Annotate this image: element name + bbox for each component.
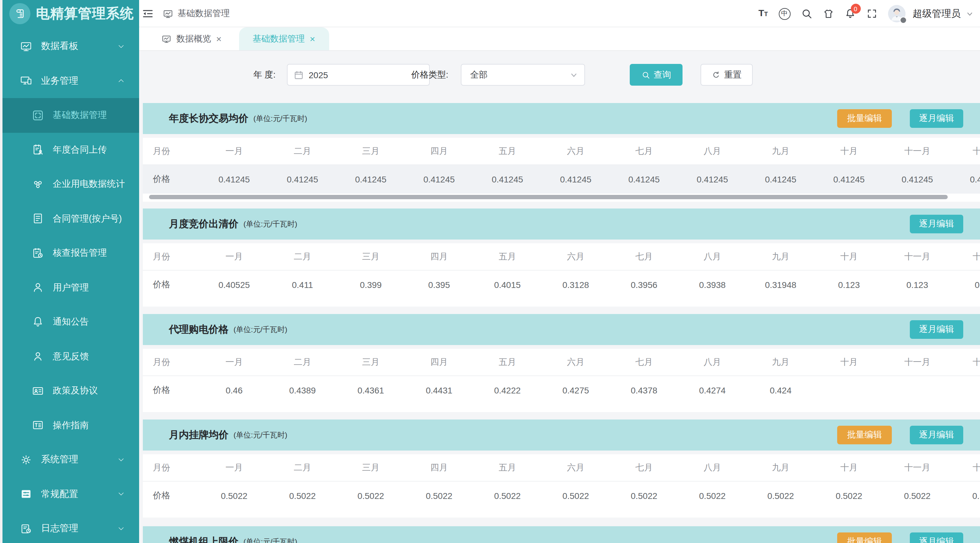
sidebar-item[interactable]: 意见反馈 — [3, 339, 139, 373]
month-header-cell: 七月 — [610, 454, 678, 481]
price-cell: 0.4431 — [405, 376, 473, 405]
month-column-header: 月份 — [143, 454, 200, 481]
batch-edit-button[interactable]: 批量编辑 — [837, 426, 892, 445]
notifications-button[interactable]: 0 — [844, 8, 856, 19]
month-header-cell: 一月 — [200, 243, 268, 270]
month-header-cell: 十一月 — [883, 454, 951, 481]
month-header-cell: 七月 — [610, 349, 678, 375]
section-title: 代理购电价格 — [169, 323, 229, 336]
tab-base-data-management[interactable]: 基础数据管理 × — [239, 27, 329, 50]
horizontal-scrollbar[interactable] — [143, 194, 980, 202]
font-size-icon[interactable]: TT — [758, 8, 768, 20]
section-header: 年度长协交易均价(单位:元/千瓦时)批量编辑逐月编辑 — [143, 103, 980, 134]
section-title: 年度长协交易均价 — [169, 112, 248, 125]
month-header-cell: 五月 — [473, 454, 541, 481]
scrollbar-thumb[interactable] — [149, 195, 948, 199]
month-header-cell: 三月 — [337, 454, 405, 481]
price-cell: 0.395 — [405, 271, 473, 299]
section-header: 燃煤机组上限价(单位:元/千瓦时)批量编辑逐月编辑 — [143, 526, 980, 543]
chevron-down — [117, 524, 126, 533]
close-icon[interactable]: × — [310, 33, 315, 44]
month-column-header: 月份 — [143, 138, 200, 164]
price-cell: 0.5022 — [541, 481, 610, 510]
close-icon[interactable]: × — [216, 33, 222, 44]
monthly-edit-button[interactable]: 逐月编辑 — [910, 215, 963, 233]
calendar-icon — [294, 70, 304, 80]
sidebar-item[interactable]: 核查报告管理 — [3, 236, 139, 270]
month-header-cell: 一月 — [200, 138, 268, 164]
theme-icon[interactable] — [822, 8, 834, 19]
logo-row: 电精算管理系统 — [3, 0, 139, 27]
sidebar-item[interactable]: 合同管理(按户号) — [3, 202, 139, 236]
table-value-row: 价格0.405250.4110.3990.3950.40150.31280.39… — [143, 271, 980, 299]
monthly-edit-button[interactable]: 逐月编辑 — [910, 320, 963, 339]
search-icon[interactable] — [801, 8, 812, 19]
price-section: 燃煤机组上限价(单位:元/千瓦时)批量编辑逐月编辑月份一月二月三月四月五月六月七… — [143, 526, 980, 543]
collapse-sidebar-icon[interactable] — [142, 8, 154, 20]
price-cell — [951, 376, 980, 405]
price-cell: 0.41245 — [268, 165, 337, 194]
sidebar-item[interactable]: 业务管理 — [3, 64, 139, 98]
query-button-label: 查询 — [654, 69, 671, 80]
sidebar-item[interactable]: 系统管理 — [3, 443, 139, 477]
monthly-edit-button[interactable]: 逐月编辑 — [910, 109, 963, 128]
month-header-cell: 四月 — [405, 454, 473, 481]
sidebar-item-label: 日志管理 — [41, 523, 78, 535]
month-header-cell: 十月 — [815, 243, 883, 270]
price-cell: 0.5022 — [951, 481, 980, 510]
price-cell: 0.41245 — [746, 165, 815, 194]
breadcrumb-label: 基础数据管理 — [178, 8, 230, 19]
sidebar-item[interactable]: 日志管理 — [3, 511, 139, 543]
sidebar-item[interactable]: 企业用电数据统计 — [3, 167, 139, 202]
sidebar-item[interactable]: 政策及协议 — [3, 373, 139, 408]
price-row-label: 价格 — [143, 481, 200, 510]
sidebar-item[interactable]: 用户管理 — [3, 270, 139, 305]
language-icon[interactable]: 中 — [778, 8, 790, 19]
price-cell: 0.5022 — [268, 481, 337, 510]
section-unit: (单位:元/千瓦时) — [243, 219, 297, 229]
price-type-select[interactable]: 全部 — [461, 64, 585, 86]
price-cell: 0.5022 — [815, 481, 883, 510]
price-cell: 0.4275 — [541, 376, 610, 405]
sidebar-item[interactable]: 常规配置 — [3, 477, 139, 511]
month-header-cell: 六月 — [541, 243, 610, 270]
reset-button[interactable]: 重置 — [700, 64, 753, 86]
chevron-down — [117, 490, 126, 499]
monthly-edit-button[interactable]: 逐月编辑 — [910, 426, 963, 445]
chevron-down-icon[interactable] — [966, 10, 974, 18]
feedback-icon — [32, 350, 44, 363]
sidebar-item[interactable]: 年度合同上传 — [3, 132, 139, 167]
batch-edit-button[interactable]: 批量编辑 — [837, 532, 892, 543]
month-header-cell: 一月 — [200, 454, 268, 481]
breadcrumb: 基础数据管理 — [163, 0, 230, 27]
month-header-cell: 三月 — [337, 243, 405, 270]
price-cell: 0.5022 — [405, 481, 473, 510]
month-header-cell: 十一月 — [883, 349, 951, 375]
chevron-up — [117, 77, 126, 85]
batch-edit-button[interactable]: 批量编辑 — [837, 109, 892, 128]
username[interactable]: 超级管理员 — [913, 7, 961, 20]
year-input[interactable]: 2025 — [287, 64, 430, 86]
table-header-row: 月份一月二月三月四月五月六月七月八月九月十月十一月十二月 — [143, 138, 980, 165]
sidebar-item[interactable]: 数据看板 — [3, 29, 139, 64]
fullscreen-icon[interactable] — [866, 8, 877, 19]
monthly-edit-button[interactable]: 逐月编辑 — [910, 532, 963, 543]
chevron-down — [117, 42, 126, 51]
reset-button-label: 重置 — [724, 69, 741, 80]
sidebar-item[interactable]: 基础数据管理 — [3, 98, 139, 132]
search-icon — [641, 70, 650, 79]
month-header-cell: 四月 — [405, 138, 473, 164]
notification-badge: 0 — [851, 4, 861, 14]
sidebar-item[interactable]: 通知公告 — [3, 305, 139, 339]
sidebar-item[interactable]: 操作指南 — [3, 408, 139, 443]
price-section: 月度竞价出清价(单位:元/千瓦时)逐月编辑月份一月二月三月四月五月六月七月八月九… — [143, 208, 980, 240]
query-button[interactable]: 查询 — [630, 64, 682, 86]
month-column-header: 月份 — [143, 243, 200, 270]
price-cell: 0.41245 — [541, 165, 610, 194]
sidebar-item-label: 政策及协议 — [53, 385, 98, 397]
month-header-cell: 三月 — [337, 138, 405, 164]
tab-data-overview[interactable]: 数据概览 × — [153, 27, 231, 50]
tab-bar: 数据概览 × 基础数据管理 × — [139, 27, 980, 51]
avatar[interactable] — [888, 5, 905, 22]
sidebar-item-label: 用户管理 — [53, 282, 89, 294]
